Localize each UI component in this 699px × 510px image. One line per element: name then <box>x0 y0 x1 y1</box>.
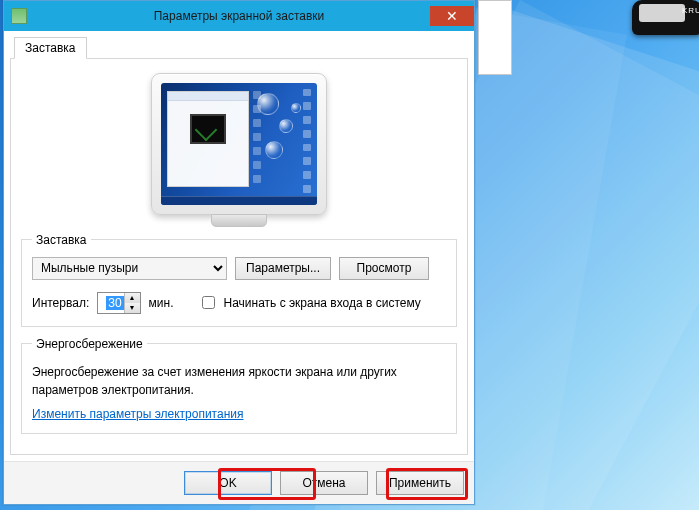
screensaver-settings-dialog: Параметры экранной заставки ✕ Заставка <box>3 0 475 505</box>
preview-monitor <box>151 73 327 215</box>
interval-label: Интервал: <box>32 296 89 310</box>
dialog-button-row: OK Отмена Применить <box>4 461 474 504</box>
energy-text: Энергосбережение за счет изменения яркос… <box>32 363 446 399</box>
interval-spinner[interactable]: 30 ▲ ▼ <box>97 292 140 314</box>
camera-object: KRU <box>627 0 699 45</box>
preview-screen <box>161 83 317 205</box>
resume-checkbox[interactable] <box>202 296 215 309</box>
energy-legend: Энергосбережение <box>32 337 147 351</box>
background-window-fragment <box>478 0 512 75</box>
apply-button[interactable]: Применить <box>376 471 464 495</box>
interval-value[interactable]: 30 <box>106 296 123 310</box>
interval-unit: мин. <box>149 296 174 310</box>
dialog-client-area: Заставка <box>4 31 474 461</box>
screensaver-group: Заставка Мыльные пузыри Параметры... Про… <box>21 233 457 327</box>
ok-button[interactable]: OK <box>184 471 272 495</box>
screensaver-select[interactable]: Мыльные пузыри <box>32 257 227 280</box>
resume-checkbox-label[interactable]: Начинать с экрана входа в систему <box>198 293 421 312</box>
preview-area <box>21 67 457 233</box>
tab-label: Заставка <box>25 41 76 55</box>
close-button[interactable]: ✕ <box>430 6 474 26</box>
tab-body: Заставка Мыльные пузыри Параметры... Про… <box>10 59 468 455</box>
screensaver-legend: Заставка <box>32 233 91 247</box>
spinner-up-button[interactable]: ▲ <box>125 293 140 303</box>
spinner-down-button[interactable]: ▼ <box>125 303 140 313</box>
close-icon: ✕ <box>446 9 458 23</box>
preview-button[interactable]: Просмотр <box>339 257 429 280</box>
settings-button[interactable]: Параметры... <box>235 257 331 280</box>
window-title: Параметры экранной заставки <box>4 9 474 23</box>
camera-brand-label: KRU <box>682 6 699 15</box>
energy-group: Энергосбережение Энергосбережение за сче… <box>21 337 457 434</box>
power-settings-link[interactable]: Изменить параметры электропитания <box>32 407 243 421</box>
titlebar[interactable]: Параметры экранной заставки ✕ <box>4 1 474 31</box>
tab-screensaver[interactable]: Заставка <box>14 37 87 59</box>
resume-checkbox-text: Начинать с экрана входа в систему <box>224 296 421 310</box>
cancel-button[interactable]: Отмена <box>280 471 368 495</box>
tab-strip: Заставка <box>10 35 468 59</box>
app-icon <box>11 8 27 24</box>
preview-mini-window <box>167 91 249 187</box>
